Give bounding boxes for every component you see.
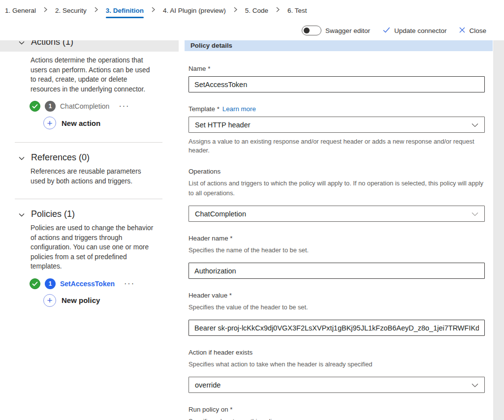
more-options-icon[interactable]: ··· <box>119 102 129 111</box>
checkmark-icon <box>383 27 390 34</box>
vertical-scrollbar[interactable] <box>493 40 504 420</box>
content-region: Actions (1) Actions determine the operat… <box>0 40 504 420</box>
section-divider <box>15 142 162 143</box>
action-order-badge: 1 <box>45 101 56 112</box>
learn-more-link[interactable]: Learn more <box>222 105 256 113</box>
new-policy-button[interactable]: + New policy <box>43 294 179 307</box>
more-options-icon[interactable]: ··· <box>124 279 135 288</box>
header-value-field-group: Header value * Specifies the value of th… <box>189 292 485 336</box>
references-description: References are reusable parameters used … <box>31 167 155 186</box>
step-code[interactable]: 5. Code <box>245 5 268 21</box>
chevron-down-icon <box>19 152 25 163</box>
header-name-field-group: Header name * Specifies the name of the … <box>189 235 485 279</box>
chevron-right-icon <box>234 7 237 12</box>
template-label: Template * <box>189 105 220 113</box>
step-definition[interactable]: 3. Definition <box>106 5 144 21</box>
swagger-editor-toggle[interactable]: Swagger editor <box>302 26 370 35</box>
policy-details-panel: Policy details Name * Template * Learn m… <box>185 40 493 420</box>
operations-label: Operations <box>189 168 485 175</box>
chevron-down-icon <box>472 210 478 218</box>
step-test[interactable]: 6. Test <box>287 5 307 21</box>
template-help-text: Assigns a value to an existing response … <box>189 137 485 155</box>
close-button[interactable]: Close <box>459 27 486 34</box>
chevron-right-icon <box>276 7 280 12</box>
breadcrumb: 1. General 2. Security 3. Definition 4. … <box>5 5 307 21</box>
header-name-description: Specifies the name of the header to be s… <box>189 245 485 255</box>
section-divider <box>15 199 162 199</box>
template-value: Set HTTP header <box>195 121 251 129</box>
panel-title: Policy details <box>185 40 493 51</box>
action-item-chatcompletion[interactable]: 1 ChatCompletion ··· <box>30 101 179 112</box>
run-policy-field-group: Run policy on * Specifies when to run th… <box>189 406 485 420</box>
plus-icon: + <box>43 294 56 307</box>
chevron-down-icon <box>472 381 478 389</box>
operations-field-group: Operations List of actions and triggers … <box>189 168 485 222</box>
policies-description: Policies are used to change the behavior… <box>31 223 155 271</box>
chevron-right-icon <box>152 7 155 12</box>
step-ai-plugin[interactable]: 4. AI Plugin (preview) <box>163 5 226 21</box>
header-exists-dropdown[interactable]: override <box>189 377 485 393</box>
run-policy-label: Run policy on * <box>189 406 485 413</box>
toggle-off-icon[interactable] <box>302 26 321 35</box>
action-item-label: ChatCompletion <box>60 102 109 110</box>
chevron-right-icon <box>44 7 47 12</box>
operations-value: ChatCompletion <box>195 210 246 218</box>
header-name-label: Header name * <box>189 235 485 242</box>
active-step-underline <box>106 17 144 18</box>
header-value-input[interactable] <box>189 320 485 336</box>
definition-sidebar: Actions (1) Actions determine the operat… <box>0 40 179 307</box>
name-field-group: Name * <box>189 65 485 92</box>
name-input[interactable] <box>189 76 485 92</box>
header-exists-label: Action if header exists <box>189 349 485 356</box>
operations-description: List of actions and triggers to which th… <box>189 179 485 198</box>
name-label: Name * <box>189 65 485 72</box>
policy-item-setaccesstoken[interactable]: 1 SetAccessToken ··· <box>30 278 179 289</box>
success-check-icon <box>30 278 40 289</box>
plus-icon: + <box>43 117 56 129</box>
policy-item-label: SetAccessToken <box>60 280 115 288</box>
chevron-right-icon <box>94 7 98 12</box>
header-exists-description: Specifies what action to take when the h… <box>189 360 485 369</box>
header-value-description: Specifies the value of the header to be … <box>189 302 485 312</box>
header-exists-field-group: Action if header exists Specifies what a… <box>189 349 485 393</box>
policy-order-badge: 1 <box>45 278 56 289</box>
step-security[interactable]: 2. Security <box>55 5 87 21</box>
chevron-down-icon <box>472 121 478 129</box>
close-icon <box>459 27 465 34</box>
header-value-label: Header value * <box>189 292 485 299</box>
run-policy-description: Specifies when to run this policy <box>189 417 485 420</box>
policies-section-header[interactable]: Policies (1) <box>19 209 179 219</box>
success-check-icon <box>30 101 40 112</box>
template-dropdown[interactable]: Set HTTP header <box>189 117 485 133</box>
template-field-group: Template * Learn more Set HTTP header As… <box>189 105 485 155</box>
header-exists-value: override <box>195 381 220 389</box>
chevron-down-icon <box>19 209 25 219</box>
header-name-input[interactable] <box>189 263 485 279</box>
swagger-editor-label: Swagger editor <box>325 27 370 34</box>
step-general[interactable]: 1. General <box>5 5 36 21</box>
actions-description: Actions determine the operations that us… <box>31 56 155 94</box>
actions-section-header-band: Actions (1) <box>0 40 179 52</box>
chevron-down-icon <box>19 40 25 47</box>
update-connector-button[interactable]: Update connector <box>383 27 447 34</box>
actions-section-header[interactable]: Actions (1) <box>19 40 179 47</box>
operations-dropdown[interactable]: ChatCompletion <box>189 206 485 222</box>
new-action-button[interactable]: + New action <box>43 117 179 129</box>
toolbar: Swagger editor Update connector Close <box>302 26 486 35</box>
references-section-header[interactable]: References (0) <box>19 152 179 163</box>
